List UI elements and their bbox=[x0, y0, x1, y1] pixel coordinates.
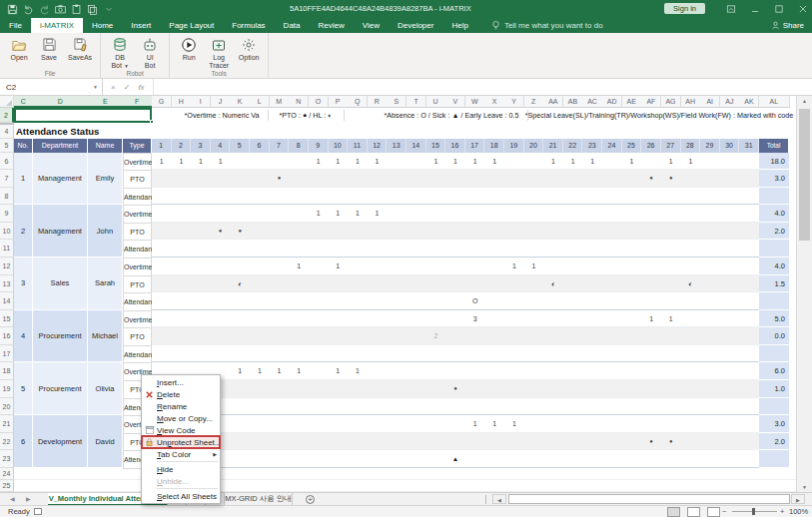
employee-department[interactable]: Management bbox=[33, 205, 88, 258]
column-header-X[interactable]: X bbox=[484, 96, 504, 108]
normal-view-icon[interactable] bbox=[667, 507, 680, 517]
column-header-AB[interactable]: AB bbox=[563, 96, 583, 108]
ui-bot-button[interactable]: UIBot bbox=[135, 35, 165, 71]
share-button[interactable]: Share bbox=[771, 18, 804, 33]
column-header-AG[interactable]: AG bbox=[661, 96, 681, 108]
cell-mark[interactable]: 1 bbox=[250, 362, 270, 380]
cell-mark[interactable]: 1 bbox=[484, 415, 504, 433]
hscrollbar-thumb[interactable] bbox=[508, 494, 790, 504]
cell-mark[interactable]: 1 bbox=[270, 362, 290, 380]
row-type[interactable]: Overtime bbox=[123, 205, 152, 224]
total-cell[interactable]: 1.0 bbox=[759, 380, 789, 398]
zoom-out-icon[interactable]: − bbox=[722, 506, 726, 517]
employee-no[interactable]: 4 bbox=[14, 310, 33, 363]
column-header-AH[interactable]: AH bbox=[681, 96, 701, 108]
ribbon-tab-i-matrix[interactable]: i-MATRIX bbox=[31, 18, 83, 33]
cell-mark[interactable]: 1 bbox=[524, 258, 544, 275]
column-header-AA[interactable]: AA bbox=[543, 96, 563, 108]
save-button[interactable]: Save bbox=[34, 35, 64, 63]
column-header-AI[interactable]: AI bbox=[700, 96, 720, 108]
column-header-D[interactable]: D bbox=[33, 96, 89, 108]
day-header-14[interactable]: 14 bbox=[406, 139, 426, 153]
cell-mark[interactable]: 1 bbox=[465, 153, 485, 171]
employee-department[interactable]: Management bbox=[33, 153, 88, 206]
row-header-24[interactable]: 24 bbox=[0, 468, 14, 480]
day-header-15[interactable]: 15 bbox=[426, 139, 446, 153]
cell-mark[interactable]: 1 bbox=[641, 310, 661, 328]
column-header-O[interactable]: O bbox=[309, 96, 329, 108]
splitter-handle[interactable] bbox=[485, 495, 486, 504]
total-cell[interactable]: 3.0 bbox=[759, 415, 789, 433]
column-header-N[interactable]: N bbox=[289, 96, 309, 108]
cell-mark[interactable]: 1 bbox=[329, 153, 349, 171]
row-type[interactable]: Attendance bbox=[123, 240, 152, 258]
day-header-27[interactable]: 27 bbox=[661, 139, 681, 153]
day-header-22[interactable]: 22 bbox=[563, 139, 583, 153]
cell-mark[interactable]: 1 bbox=[504, 258, 524, 275]
redo-icon[interactable] bbox=[39, 4, 50, 15]
scroll-down-icon[interactable]: ▼ bbox=[797, 484, 812, 490]
ribbon-tab-formulas[interactable]: Formulas bbox=[223, 18, 274, 33]
row-header-18[interactable]: 18 bbox=[0, 362, 14, 380]
total-cell[interactable]: 3.0 bbox=[759, 170, 789, 188]
day-header-3[interactable]: 3 bbox=[191, 139, 211, 153]
total-cell[interactable]: 1.5 bbox=[759, 275, 789, 293]
row-type[interactable]: Attendance bbox=[123, 292, 152, 311]
ribbon-tab-help[interactable]: Help bbox=[442, 18, 476, 33]
day-header-9[interactable]: 9 bbox=[309, 139, 329, 153]
page-layout-view-icon[interactable] bbox=[687, 507, 700, 517]
cell-mark[interactable]: 1 bbox=[289, 362, 309, 380]
employee-name[interactable]: John bbox=[88, 205, 123, 258]
cell-mark[interactable]: ◐ bbox=[230, 275, 250, 293]
menu-item-unhide[interactable]: Unhide... bbox=[142, 475, 220, 487]
column-header-Q[interactable]: Q bbox=[348, 96, 368, 108]
row-type[interactable]: PTO bbox=[123, 275, 152, 294]
day-header-25[interactable]: 25 bbox=[622, 139, 642, 153]
employee-name[interactable]: Sarah bbox=[88, 258, 123, 310]
cell-mark[interactable]: 1 bbox=[484, 153, 504, 171]
row-header-22[interactable]: 22 bbox=[0, 433, 14, 451]
day-header-18[interactable]: 18 bbox=[484, 139, 504, 153]
insert-function-icon[interactable]: fx bbox=[138, 83, 144, 92]
row-type[interactable]: Attendance bbox=[123, 345, 152, 364]
day-header-19[interactable]: 19 bbox=[504, 139, 524, 153]
cell-mark[interactable]: 1 bbox=[329, 205, 349, 223]
menu-item-delete[interactable]: Delete bbox=[142, 388, 220, 400]
row-header-8[interactable]: 8 bbox=[0, 188, 14, 206]
cell-mark[interactable]: ◐ bbox=[681, 275, 701, 293]
camera-icon[interactable] bbox=[55, 4, 66, 15]
column-header-R[interactable]: R bbox=[368, 96, 388, 108]
tell-me-box[interactable]: Tell me what you want to do bbox=[491, 18, 603, 33]
cell-mark[interactable]: 1 bbox=[622, 153, 642, 171]
ribbon-tab-data[interactable]: Data bbox=[275, 18, 310, 33]
cell-mark[interactable]: 1 bbox=[681, 153, 701, 171]
cell-mark[interactable]: 1 bbox=[582, 153, 602, 171]
cell-mark[interactable]: 3 bbox=[465, 310, 485, 328]
open-button[interactable]: Open bbox=[4, 35, 34, 63]
saveas-button[interactable]: SaveAs bbox=[64, 35, 96, 63]
row-header-6[interactable]: 6 bbox=[0, 153, 14, 171]
day-header-8[interactable]: 8 bbox=[289, 139, 309, 153]
row-header-21[interactable]: 21 bbox=[0, 415, 14, 433]
total-cell[interactable]: 18.0 bbox=[759, 153, 789, 171]
cell-mark[interactable]: ● bbox=[270, 170, 290, 188]
row-header-15[interactable]: 15 bbox=[0, 310, 14, 328]
menu-item-insert[interactable]: Insert... bbox=[142, 376, 220, 388]
row-header-23[interactable]: 23 bbox=[0, 450, 14, 468]
day-header-28[interactable]: 28 bbox=[681, 139, 701, 153]
tab-scroll-left-icon[interactable]: ◀ bbox=[10, 493, 15, 505]
total-cell[interactable]: 5.0 bbox=[759, 310, 789, 328]
minimize-icon[interactable] bbox=[750, 4, 760, 14]
row-header-2[interactable]: 2 bbox=[0, 108, 14, 123]
total-cell[interactable]: 2.0 bbox=[759, 223, 789, 241]
day-header-4[interactable]: 4 bbox=[211, 139, 231, 153]
total-cell[interactable]: 4.0 bbox=[759, 205, 789, 223]
column-header-E[interactable]: E bbox=[88, 96, 124, 108]
column-header-L[interactable]: L bbox=[250, 96, 270, 108]
employee-no[interactable]: 6 bbox=[14, 415, 33, 468]
row-header-25[interactable]: 25 bbox=[0, 480, 14, 492]
day-header-23[interactable]: 23 bbox=[582, 139, 602, 153]
page-break-view-icon[interactable] bbox=[707, 507, 720, 517]
ribbon-tab-insert[interactable]: Insert bbox=[122, 18, 160, 33]
cell-mark[interactable]: 1 bbox=[504, 415, 524, 433]
